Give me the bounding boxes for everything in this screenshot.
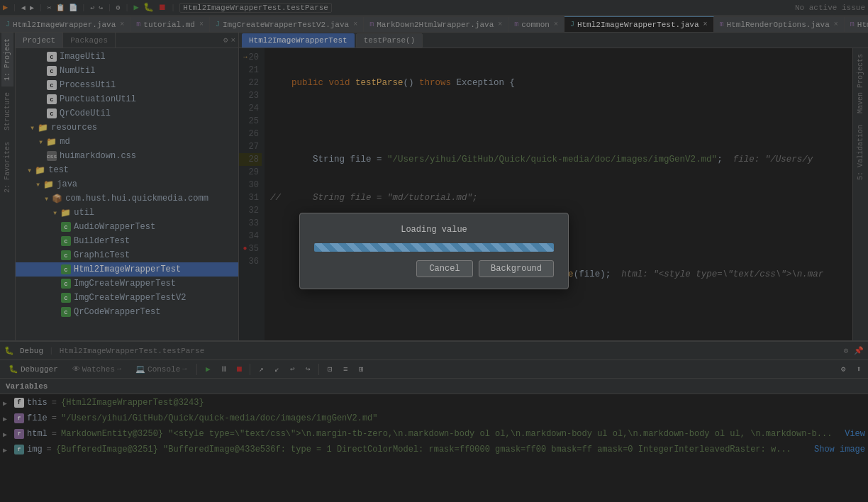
modal-progress-bar <box>314 243 554 252</box>
modal-progress-fill <box>314 243 554 252</box>
modal-buttons: Cancel Background <box>314 260 554 277</box>
modal-title: Loading value <box>314 225 554 235</box>
modal-overlay: Loading value Cancel Background <box>0 0 868 502</box>
background-button[interactable]: Background <box>479 260 554 277</box>
cancel-button[interactable]: Cancel <box>416 260 473 277</box>
loading-dialog: Loading value Cancel Background <box>299 213 569 289</box>
